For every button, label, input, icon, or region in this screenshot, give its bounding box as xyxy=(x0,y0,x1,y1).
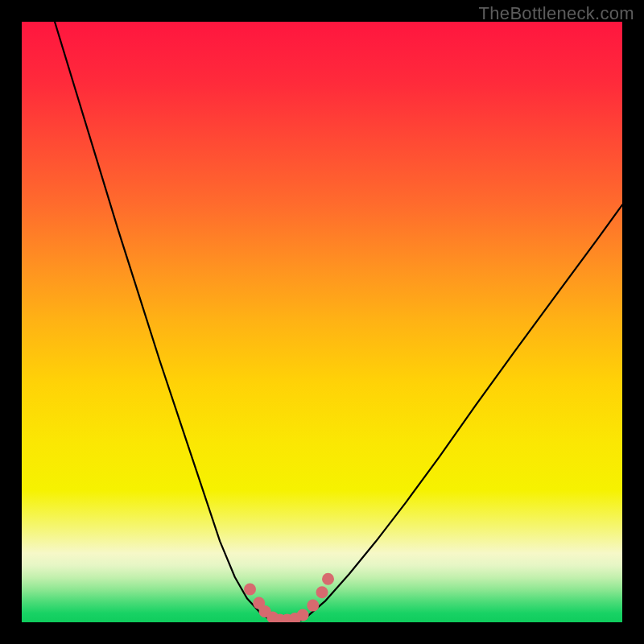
watermark-text: TheBottleneck.com xyxy=(479,3,634,24)
chart-frame: TheBottleneck.com xyxy=(0,0,644,644)
valley-marker-dot xyxy=(322,573,334,585)
valley-marker-dot xyxy=(316,586,328,598)
gradient-background xyxy=(22,22,622,622)
chart-svg xyxy=(22,22,622,622)
plot-area xyxy=(22,22,622,622)
valley-marker-dot xyxy=(297,609,309,621)
valley-marker-dot xyxy=(307,600,319,612)
valley-marker-dot xyxy=(244,584,256,596)
